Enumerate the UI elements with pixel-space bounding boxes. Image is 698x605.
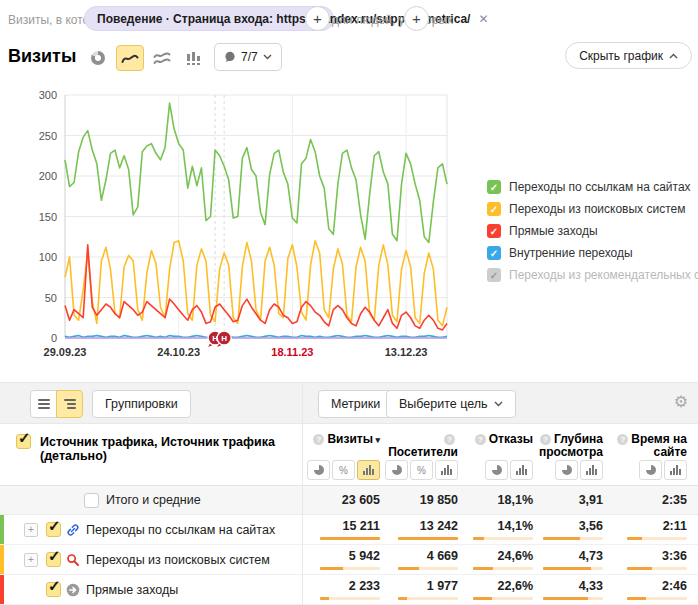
metric-column-label: Визиты (327, 432, 373, 446)
help-icon[interactable]: ? (444, 434, 455, 445)
metric-cell: 18,1% (458, 486, 533, 514)
tree-view-button[interactable] (56, 390, 83, 418)
metric-column-label: Время на сайте (631, 432, 687, 459)
metric-value: 3,56 (579, 520, 603, 533)
legend-checkbox[interactable]: ✓ (487, 246, 501, 260)
metrica-report-page: Визиты, в которых Поведение · Страница в… (0, 0, 698, 605)
percent-toggle[interactable]: % (332, 460, 355, 480)
legend-checkbox[interactable]: ✓ (487, 180, 501, 194)
help-icon[interactable]: ? (540, 434, 551, 445)
table-row: ✓Прямые заходы2 2331 97722,6%4,332:46 (0, 575, 698, 605)
legend-label: Переходы из поисковых систем (509, 202, 685, 216)
segment-chip[interactable]: Поведение · Страница входа: https://yand… (84, 6, 334, 31)
metric-value: 14,1% (498, 520, 533, 533)
annotations-dropdown[interactable]: 7/7 (214, 43, 282, 71)
add-segment-button[interactable]: + (305, 6, 330, 31)
help-icon[interactable]: ? (475, 434, 486, 445)
legend-item[interactable]: ✓Внутренние переходы (487, 242, 698, 264)
metrics-button[interactable]: Метрики (318, 390, 393, 418)
pie-icon (646, 465, 656, 475)
legend-checkbox[interactable]: ✓ (487, 224, 501, 238)
bars-toggle[interactable] (664, 460, 687, 480)
stacked-area-icon (153, 51, 171, 65)
bars-toggle[interactable] (580, 460, 603, 480)
metric-column-header[interactable]: ?Посетители (380, 424, 458, 459)
column-separator (302, 382, 303, 605)
bars-toggle[interactable] (510, 460, 533, 480)
legend-label: Переходы из рекомендательных систем (509, 268, 698, 282)
metric-cell: 23 605 (302, 486, 380, 514)
metric-value: 2 233 (349, 580, 380, 593)
pie-toggle[interactable] (385, 460, 408, 480)
metric-cell: 15 211 (302, 515, 380, 544)
table-row: Итого и средние23 60519 85018,1%3,912:35 (0, 486, 698, 515)
metric-cell: 19 850 (380, 486, 458, 514)
metric-value: 22,6% (498, 580, 533, 593)
metric-value: 4,33 (579, 580, 603, 593)
legend-checkbox[interactable]: ✓ (487, 268, 501, 282)
legend-item[interactable]: ✓Переходы из поисковых систем (487, 198, 698, 220)
y-tick-label: 50 (45, 292, 57, 304)
legend-item[interactable]: ✓Прямые заходы (487, 220, 698, 242)
legend-item[interactable]: ✓Переходы из рекомендательных систем (487, 264, 698, 286)
bars-icon (441, 465, 452, 475)
display-toggle-group (603, 460, 687, 480)
display-toggle-group (458, 460, 533, 480)
metric-cell: 24,6% (458, 545, 533, 574)
metric-column-header[interactable]: ?Время на сайте (603, 424, 687, 459)
metric-cell: 14,1% (458, 515, 533, 544)
series-line (65, 336, 447, 338)
chart-area: 05010015020025030029.09.2324.10.2318.11.… (0, 85, 470, 370)
metric-value: 2:11 (663, 520, 687, 533)
metric-value: 19 850 (420, 494, 458, 507)
metric-cell: 13 242 (380, 515, 458, 544)
hide-chart-button[interactable]: Скрыть график (565, 42, 692, 69)
bars-toggle[interactable] (357, 460, 380, 480)
chart-type-columns-button[interactable] (180, 45, 208, 71)
y-tick-label: 250 (39, 130, 57, 142)
help-icon[interactable]: ? (313, 434, 324, 445)
pie-toggle[interactable] (639, 460, 662, 480)
people-filter-label: для людей, у которых (332, 13, 453, 27)
add-people-filter-button[interactable]: + (404, 6, 429, 31)
pie-toggle[interactable] (307, 460, 330, 480)
pie-toggle[interactable] (555, 460, 578, 480)
legend-label: Внутренние переходы (509, 246, 633, 260)
bars-toggle[interactable] (435, 460, 458, 480)
pie-toggle[interactable] (485, 460, 508, 480)
tree-view-icon (64, 399, 76, 409)
display-toggle-group: % (302, 460, 380, 480)
x-tick-label: 18.11.23 (271, 346, 313, 358)
chart-type-line-button[interactable] (116, 45, 144, 71)
legend-item[interactable]: ✓Переходы по ссылкам на сайтах (487, 176, 698, 198)
metric-column-headers: ?Визиты ▾?Посетители?Отказы?Глубина прос… (0, 424, 687, 459)
choose-goal-dropdown[interactable]: Выберите цель (386, 390, 516, 418)
metric-column-header[interactable]: ?Визиты ▾ (302, 424, 380, 459)
choose-goal-label: Выберите цель (399, 397, 488, 411)
metric-column-header[interactable]: ?Глубина просмотра (533, 424, 603, 459)
visits-chart[interactable]: 05010015020025030029.09.2324.10.2318.11.… (0, 85, 470, 370)
metric-minibar (398, 537, 458, 540)
metric-value: 15 211 (342, 520, 380, 533)
flat-list-view-button[interactable] (30, 390, 57, 418)
metric-value: 3,91 (579, 494, 603, 507)
bars-icon (363, 465, 374, 475)
chart-type-donut-button[interactable] (84, 45, 112, 71)
metric-minibar (473, 597, 533, 600)
metric-column-header[interactable]: ?Отказы (458, 424, 533, 459)
comment-bubble-icon (224, 51, 236, 63)
legend-label: Прямые заходы (509, 224, 598, 238)
row-metric-cells: 5 9424 66924,6%4,733:36 (0, 545, 687, 574)
annotation-glyph: Н (221, 334, 227, 343)
legend-checkbox[interactable]: ✓ (487, 202, 501, 216)
table-row: +✓Переходы из поисковых систем5 9424 669… (0, 545, 698, 575)
groupings-button[interactable]: Группировки (92, 390, 191, 418)
chart-header: Визиты 7/7 (0, 42, 698, 76)
help-icon[interactable]: ? (617, 434, 628, 445)
annotations-count: 7/7 (241, 50, 258, 64)
close-icon[interactable]: ✕ (478, 12, 488, 26)
chart-type-stacked-button[interactable] (148, 45, 176, 71)
x-tick-label: 24.10.23 (157, 346, 200, 358)
percent-toggle[interactable]: % (410, 460, 433, 480)
gear-icon[interactable]: ⚙ (674, 394, 688, 410)
